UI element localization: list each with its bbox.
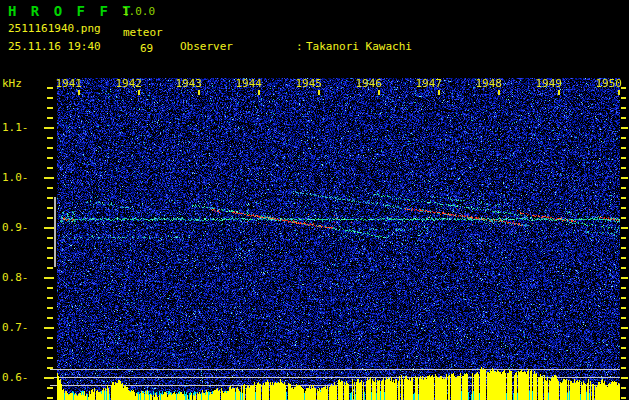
y-minor-tick-right: [621, 157, 626, 159]
scale-marker: [54, 197, 56, 267]
echo-count: 69: [140, 42, 153, 55]
y-minor-tick-right: [621, 167, 626, 169]
y-minor-tick: [47, 397, 53, 399]
y-minor-tick-right: [621, 357, 626, 359]
app-title: H R O F F T: [8, 3, 134, 19]
y-minor-tick-right: [621, 137, 626, 139]
info-row-observer: Observer : Takanori Kawachi: [180, 40, 544, 53]
info-label: Observer: [180, 40, 296, 53]
y-minor-tick: [47, 267, 53, 269]
y-minor-tick-right: [621, 217, 626, 219]
y-major-tick: [44, 177, 54, 179]
hrofft-window: H R O F F T 1.0.0 2511161940.png meteor …: [0, 0, 629, 400]
y-axis-label: 0.7-: [2, 321, 29, 334]
y-major-tick-right: [621, 277, 628, 279]
y-minor-tick-right: [621, 267, 626, 269]
y-minor-tick: [47, 137, 53, 139]
ref-line-stub: [50, 377, 57, 378]
y-minor-tick: [47, 207, 53, 209]
y-minor-tick-right: [621, 197, 626, 199]
output-filename: 2511161940.png: [8, 22, 101, 35]
y-major-tick: [44, 227, 54, 229]
y-minor-tick: [47, 107, 53, 109]
y-minor-tick: [47, 87, 53, 89]
y-axis-label: 0.6-: [2, 371, 29, 384]
y-minor-tick: [47, 347, 53, 349]
y-minor-tick-right: [621, 207, 626, 209]
y-minor-tick-right: [621, 147, 626, 149]
y-major-tick-right: [621, 177, 628, 179]
y-major-tick: [44, 127, 54, 129]
ref-line-stub: [50, 385, 57, 386]
y-minor-tick: [47, 317, 53, 319]
y-major-tick: [44, 277, 54, 279]
y-minor-tick: [47, 257, 53, 259]
y-minor-tick: [47, 167, 53, 169]
y-minor-tick-right: [621, 367, 626, 369]
mode-label: meteor: [123, 26, 163, 39]
y-minor-tick-right: [621, 287, 626, 289]
y-axis-label: 0.9-: [2, 221, 29, 234]
y-axis-unit-label: kHz: [2, 77, 22, 90]
datetime-label: 25.11.16 19:40: [8, 40, 101, 53]
y-minor-tick: [47, 97, 53, 99]
y-minor-tick-right: [621, 187, 626, 189]
y-axis-label: 1.0-: [2, 171, 29, 184]
app-version: 1.0.0: [122, 5, 155, 18]
y-minor-tick-right: [621, 247, 626, 249]
y-minor-tick: [47, 237, 53, 239]
info-value: Takanori Kawachi: [306, 40, 412, 53]
info-separator: :: [296, 40, 306, 53]
y-major-tick-right: [621, 227, 628, 229]
y-minor-tick-right: [621, 107, 626, 109]
y-minor-tick-right: [621, 117, 626, 119]
y-minor-tick-right: [621, 337, 626, 339]
y-major-tick-right: [621, 377, 628, 379]
y-minor-tick: [47, 387, 53, 389]
y-minor-tick: [47, 297, 53, 299]
y-minor-tick-right: [621, 237, 626, 239]
y-major-tick-right: [621, 127, 628, 129]
y-minor-tick-right: [621, 97, 626, 99]
y-minor-tick-right: [621, 257, 626, 259]
y-axis-label: 1.1-: [2, 121, 29, 134]
y-minor-tick-right: [621, 397, 626, 399]
y-minor-tick: [47, 287, 53, 289]
y-minor-tick: [47, 147, 53, 149]
y-minor-tick-right: [621, 307, 626, 309]
y-minor-tick-right: [621, 87, 626, 89]
y-minor-tick: [47, 117, 53, 119]
y-minor-tick: [47, 247, 53, 249]
ref-line-stub: [50, 369, 57, 370]
y-minor-tick: [47, 217, 53, 219]
y-minor-tick: [47, 187, 53, 189]
y-major-tick: [44, 327, 54, 329]
y-minor-tick: [47, 157, 53, 159]
y-minor-tick-right: [621, 387, 626, 389]
y-minor-tick: [47, 357, 53, 359]
y-major-tick-right: [621, 327, 628, 329]
y-minor-tick: [47, 307, 53, 309]
y-axis-label: 0.8-: [2, 271, 29, 284]
y-minor-tick-right: [621, 347, 626, 349]
spectrogram-canvas: [57, 78, 620, 400]
y-minor-tick-right: [621, 317, 626, 319]
y-minor-tick-right: [621, 297, 626, 299]
y-minor-tick: [47, 337, 53, 339]
y-minor-tick: [47, 197, 53, 199]
